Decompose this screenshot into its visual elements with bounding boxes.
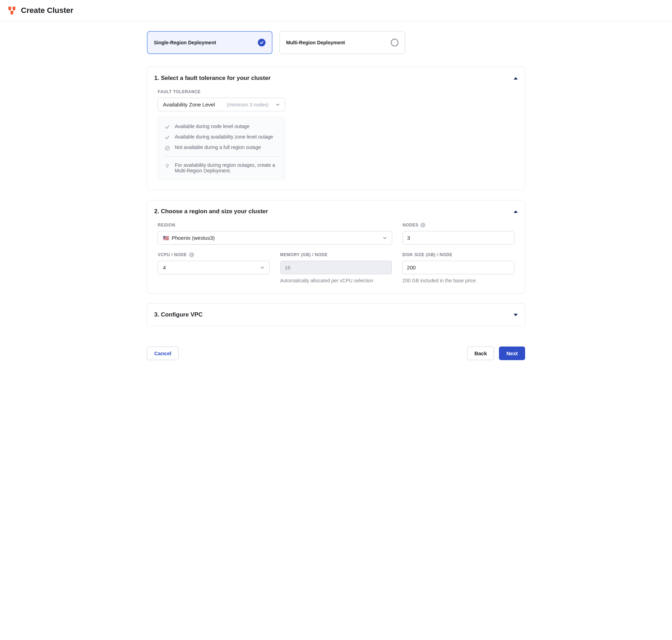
fault-tolerance-hint: (minimum 3 nodes) [227,102,269,107]
deployment-single-region[interactable]: Single-Region Deployment [147,31,272,54]
region-label: REGION [158,223,392,228]
fault-tolerance-label: FAULT TOLERANCE [158,89,514,94]
divider [164,156,278,157]
radio-unchecked-icon [391,39,398,46]
panel-region-size: 2. Choose a region and size your cluster… [147,200,525,293]
svg-line-1 [166,147,169,149]
region-select[interactable]: 🇺🇸 Phoenix (westus3) [158,231,392,245]
deployment-type-group: Single-Region Deployment Multi-Region De… [147,31,525,54]
lightbulb-icon [164,163,170,169]
fault-tolerance-info: Available during node level outage Avail… [158,117,285,180]
disk-input[interactable] [402,261,514,274]
vcpu-value: 4 [163,265,166,270]
memory-label: MEMORY (GB) / NODE [280,252,392,257]
panel-fault-tolerance-header[interactable]: 1. Select a fault tolerance for your clu… [147,67,525,89]
next-button[interactable]: Next [499,347,525,360]
chevron-down-icon [383,236,387,240]
info-text: Available during availability zone level… [175,134,273,140]
disk-label: DISK SIZE (GB) / NODE [402,252,514,257]
check-icon [164,124,170,130]
svg-line-6 [165,164,166,165]
brand-logo-icon [7,6,17,15]
memory-input [280,261,392,274]
panel-vpc-header[interactable]: 3. Configure VPC [147,304,525,326]
chevron-down-icon [276,103,280,107]
region-value: Phoenix (westus3) [172,235,215,241]
fault-tolerance-value: Availability Zone Level [163,102,215,107]
deployment-multi-label: Multi-Region Deployment [286,40,345,45]
info-row-region-outage: Not available during a full region outag… [164,144,278,151]
panel-vpc-title: 3. Configure VPC [154,311,203,318]
info-icon[interactable]: i [189,252,194,257]
info-row-tip: For availability during region outages, … [164,162,278,173]
footer-actions: Cancel Back Next [144,344,528,364]
info-row-node-outage: Available during node level outage [164,124,278,130]
check-icon [164,135,170,140]
nodes-label: NODES i [403,223,514,228]
check-icon [258,39,266,46]
info-icon[interactable]: i [420,223,425,228]
panel-vpc: 3. Configure VPC [147,303,525,326]
prohibit-icon [164,145,170,151]
cancel-button[interactable]: Cancel [147,347,179,360]
svg-point-2 [166,164,168,166]
nodes-input[interactable] [403,231,514,245]
disk-helper: 200 GB included in the base price [402,278,514,283]
memory-helper: Automatically allocated per vCPU selecti… [280,278,392,283]
vcpu-select[interactable]: 4 [158,261,270,274]
info-row-az-outage: Available during availability zone level… [164,134,278,140]
chevron-down-icon [514,314,518,316]
fault-tolerance-select[interactable]: Availability Zone Level (minimum 3 nodes… [158,98,285,111]
panel-region-size-title: 2. Choose a region and size your cluster [154,208,268,215]
chevron-up-icon [514,77,518,80]
page-header: Create Cluster [0,0,672,21]
svg-line-7 [169,164,169,165]
page-title: Create Cluster [21,6,73,15]
back-button[interactable]: Back [467,347,494,360]
panel-fault-tolerance-title: 1. Select a fault tolerance for your clu… [154,75,271,82]
panel-region-size-header[interactable]: 2. Choose a region and size your cluster [147,200,525,223]
deployment-multi-region[interactable]: Multi-Region Deployment [279,31,405,54]
info-text: For availability during region outages, … [175,162,278,173]
vcpu-label: vCPU / NODE i [158,252,270,257]
panel-fault-tolerance: 1. Select a fault tolerance for your clu… [147,67,525,190]
deployment-single-label: Single-Region Deployment [154,40,216,45]
info-text: Available during node level outage [175,124,249,129]
flag-us-icon: 🇺🇸 [163,235,169,241]
info-text: Not available during a full region outag… [175,144,261,150]
chevron-down-icon [260,266,264,270]
chevron-up-icon [514,210,518,213]
